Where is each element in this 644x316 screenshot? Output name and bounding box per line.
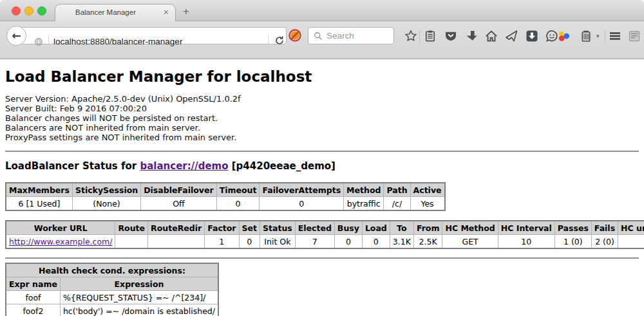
browser-chrome: Balancer Manager × + localhost:8880/bala… — [0, 0, 644, 59]
container-bin-icon[interactable] — [580, 30, 592, 42]
disablefailover-cell: Off — [141, 197, 216, 211]
balancer-settings-table: MaxMembers StickySession DisableFailover… — [5, 182, 446, 211]
column-header: Fails — [591, 221, 618, 235]
urlbar-divider — [48, 35, 49, 48]
column-header: FailoverAttempts — [260, 183, 344, 197]
column-header: Busy — [334, 221, 362, 235]
column-header: HC uri — [618, 221, 644, 235]
pocket-icon[interactable] — [444, 30, 457, 42]
column-header: RouteRedir — [148, 221, 205, 235]
table-row: foof %{REQUEST_STATUS} =~ /^[234]/ — [6, 291, 218, 304]
timeout-cell: 0 — [216, 197, 260, 211]
table-row: foof2 hc('body') =~ /domain is establish… — [6, 304, 218, 316]
server-info: Server Version: Apache/2.5.0-dev (Unix) … — [5, 94, 639, 142]
load-cell: 0 — [362, 235, 390, 249]
column-header: Route — [115, 221, 148, 235]
expr-name-cell: foof — [6, 291, 60, 304]
worker-url-link[interactable]: http://www.example.com/ — [9, 237, 112, 246]
failoverattempts-cell: 0 — [260, 197, 344, 211]
hc-uri-cell — [618, 235, 644, 249]
expression-cell: hc('body') =~ /domain is established/ — [60, 304, 218, 316]
page-content: Load Balancer Manager for localhost Serv… — [0, 68, 644, 316]
from-cell: 2.5K — [413, 235, 442, 249]
column-header: Load — [362, 221, 390, 235]
expression-cell: %{REQUEST_STATUS} =~ /^[234]/ — [60, 291, 218, 304]
column-header: HC Interval — [498, 221, 554, 235]
method-cell: bytraffic — [344, 197, 384, 211]
section-divider — [5, 257, 639, 259]
column-header: Elected — [295, 221, 334, 235]
chevron-down-icon[interactable]: ▾ — [596, 33, 600, 39]
titlebar: Balancer Manager × + — [0, 0, 644, 21]
tab-grid-icon[interactable] — [628, 30, 641, 42]
column-header: Expression — [60, 277, 218, 291]
stickysession-cell: (None) — [72, 197, 140, 211]
status-heading-suffix: [p4420eeae_demo] — [229, 160, 336, 172]
bookmark-star-icon[interactable] — [404, 30, 417, 42]
home-icon[interactable] — [485, 30, 498, 42]
column-header: Method — [344, 183, 384, 197]
back-button[interactable]: ← — [6, 26, 26, 46]
column-header: From — [413, 221, 442, 235]
status-heading-prefix: LoadBalancer Status for — [5, 160, 140, 172]
hc-method-cell: GET — [442, 235, 498, 249]
table-row: http://www.example.com/ 1 0 Init Ok 7 0 … — [6, 235, 644, 249]
search-input[interactable] — [325, 30, 392, 41]
zoom-window-button[interactable] — [37, 6, 46, 15]
new-tab-button[interactable]: + — [183, 5, 189, 18]
clipboard-icon[interactable] — [424, 30, 437, 42]
content-blocked-icon[interactable] — [288, 28, 302, 45]
downloads-arrow-icon[interactable] — [465, 30, 478, 42]
health-check-table: Health check cond. expressions: Expr nam… — [5, 263, 219, 316]
toolbar-divider — [605, 30, 605, 42]
table-header-row: Expr name Expression — [6, 277, 218, 291]
search-bar[interactable] — [308, 27, 394, 44]
column-header: Status — [260, 221, 296, 235]
loadbalancer-status-heading: LoadBalancer Status for balancer://demo … — [5, 160, 639, 172]
table-row: 6 [1 Used] (None) Off 0 0 bytraffic /c/ … — [6, 197, 445, 211]
urlbar-divider — [268, 35, 269, 48]
send-plane-icon[interactable] — [505, 30, 518, 42]
url-text[interactable]: localhost:8880/balancer-manager — [53, 37, 182, 46]
column-header: Timeout — [216, 183, 260, 197]
maxmembers-cell: 6 [1 Used] — [6, 197, 72, 211]
server-built-line: Server Built: Feb 9 2016 07:00:20 — [5, 104, 639, 113]
passes-cell: 1 (0) — [554, 235, 591, 249]
table-header-row: Worker URL Route RouteRedir Factor Set S… — [6, 221, 644, 235]
busy-cell: 0 — [334, 235, 362, 249]
worker-status-table: Worker URL Route RouteRedir Factor Set S… — [5, 220, 644, 249]
close-window-button[interactable] — [12, 6, 21, 15]
column-header: Factor — [205, 221, 239, 235]
fails-cell: 2 (0) — [591, 235, 618, 249]
to-cell: 3.1K — [390, 235, 413, 249]
health-table-title: Health check cond. expressions: — [6, 263, 218, 277]
browser-tab[interactable]: Balancer Manager × — [55, 4, 176, 21]
url-bar[interactable]: localhost:8880/balancer-manager — [8, 27, 287, 44]
menu-hamburger-icon[interactable] — [609, 30, 621, 42]
minimize-window-button[interactable] — [24, 6, 33, 15]
proxypass-notice-line: ProxyPass settings are NOT inherited fro… — [5, 133, 639, 142]
reload-icon[interactable] — [274, 35, 285, 48]
globe-icon — [34, 37, 43, 49]
page-title: Load Balancer Manager for localhost — [5, 68, 639, 86]
table-header-row: MaxMembers StickySession DisableFailover… — [6, 183, 445, 197]
status-cell: Init Ok — [260, 235, 296, 249]
column-header: StickySession — [72, 183, 140, 197]
colored-dots-icon[interactable] — [558, 30, 571, 42]
chat-smiley-icon[interactable] — [545, 30, 558, 42]
column-header: Set — [239, 221, 260, 235]
navigation-toolbar: localhost:8880/balancer-manager ← — [0, 21, 644, 59]
persist-notice-line: Balancer changes will NOT be persisted o… — [5, 113, 639, 123]
save-square-icon[interactable] — [526, 30, 538, 42]
column-header: Passes — [554, 221, 591, 235]
active-cell: Yes — [410, 197, 444, 211]
route-cell — [115, 235, 148, 249]
balancer-demo-link[interactable]: balancer://demo — [140, 160, 228, 172]
tab-close-icon[interactable]: × — [164, 7, 169, 17]
toolbar-divider — [419, 30, 420, 42]
expr-name-cell: foof2 — [6, 304, 60, 316]
hc-interval-cell: 10 — [498, 235, 554, 249]
path-cell: /c/ — [384, 197, 410, 211]
column-header: To — [390, 221, 413, 235]
factor-cell: 1 — [205, 235, 239, 249]
